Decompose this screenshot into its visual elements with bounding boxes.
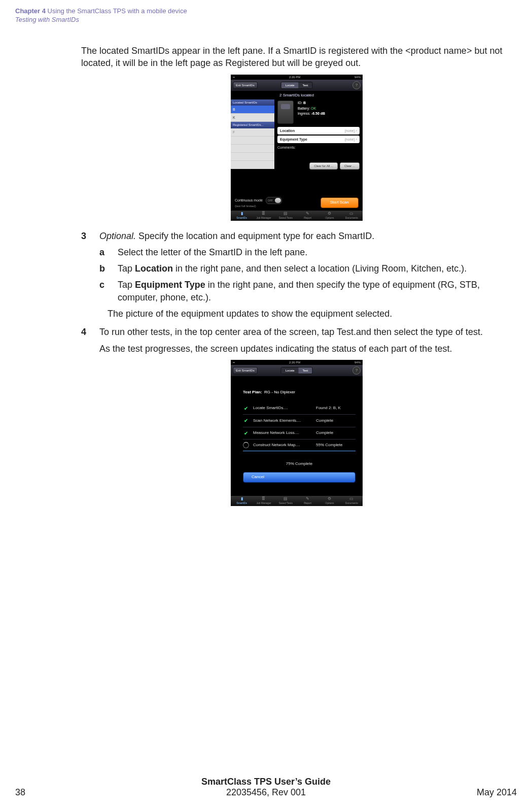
right-pane: ID: B Battery: OK Ingress: -6.50 dB Loca…: [274, 99, 363, 176]
tab-saved-tests[interactable]: ▤Saved Tests: [275, 211, 297, 221]
footer-date: May 2014: [477, 787, 517, 798]
list-item: [231, 137, 274, 145]
tab-options[interactable]: ⚙Options: [318, 496, 340, 506]
step-status: Complete: [316, 418, 333, 424]
list-item[interactable]: K: [231, 114, 274, 122]
test-step: ✔ Locate SmartIDs.... Found 2: B, K: [243, 402, 356, 415]
tab-options[interactable]: ⚙Options: [318, 211, 340, 221]
test-step: Construct Network Map.... 55% Complete: [243, 440, 356, 451]
exit-button[interactable]: Exit SmartIDs: [233, 82, 258, 89]
ingress-value: -6.50 dB: [311, 112, 325, 115]
job-icon: ≣: [253, 212, 274, 216]
step-name: Scan Network Elements....: [253, 418, 312, 424]
id-value: B: [303, 101, 306, 105]
location-value: (none) ›: [344, 128, 357, 133]
list-item[interactable]: F: [231, 128, 274, 137]
substep-b-text: Tap Location in the right pane, and then…: [118, 262, 512, 275]
tab-bar: ▮SmartIDs ≣Job Manager ▤Saved Tests ✎Rep…: [231, 496, 363, 506]
equipment-value: (none) ›: [344, 137, 357, 142]
figure-locate-screenshot: •• 2:26 PM 94% Exit SmartIDs Locate Test…: [81, 75, 512, 221]
status-bar: •• 2:26 PM 94%: [231, 360, 363, 365]
status-battery: 94%: [354, 360, 361, 364]
smartids-icon: ▮: [231, 212, 253, 216]
help-icon[interactable]: ?: [352, 366, 361, 375]
step3-followup: The picture of the equipment updates to …: [108, 308, 512, 320]
step-name: Construct Network Map....: [253, 443, 312, 448]
continuous-mode: Continuous mode OFF (last full limited): [235, 197, 282, 208]
report-icon: ✎: [297, 497, 318, 501]
figure-test-screenshot: •• 2:26 PM 94% Exit SmartIDs Locate Test…: [81, 360, 512, 506]
optional-label: Optional.: [99, 231, 136, 241]
tab-documents[interactable]: ▭Documents: [341, 211, 363, 221]
test-plan-label: Test Plan:: [243, 390, 262, 394]
help-icon[interactable]: ?: [352, 81, 361, 89]
exit-button[interactable]: Exit SmartIDs: [233, 367, 258, 374]
page-number: 38: [15, 787, 25, 798]
mode-segment[interactable]: Locate Test: [280, 82, 312, 89]
step4-followup: As the test progresses, the screen updat…: [99, 343, 512, 355]
status-battery: 94%: [354, 75, 361, 79]
segment-test[interactable]: Test: [299, 367, 312, 374]
tab-report[interactable]: ✎Report: [297, 496, 318, 506]
tab-smartids[interactable]: ▮SmartIDs: [231, 211, 253, 221]
tab-job-manager[interactable]: ≣Job Manager: [253, 496, 274, 506]
step-status: 55% Complete: [316, 443, 342, 448]
clear-all-button[interactable]: Clear for All ...: [309, 162, 338, 170]
documents-icon: ▭: [341, 212, 363, 216]
cancel-button[interactable]: Cancel: [243, 472, 356, 483]
equipment-type-field[interactable]: Equipment Type (none) ›: [277, 136, 360, 143]
tab-smartids[interactable]: ▮SmartIDs: [231, 496, 253, 506]
chapter-title: Using the SmartClass TPS with a mobile d…: [48, 7, 187, 15]
footer-docnum: 22035456, Rev 001: [0, 787, 532, 798]
status-bar: •• 2:26 PM 94%: [231, 75, 363, 80]
list-item[interactable]: B: [231, 106, 274, 114]
tab-job-manager[interactable]: ≣Job Manager: [253, 211, 274, 221]
continuous-mode-toggle[interactable]: OFF: [266, 197, 282, 204]
tab-report[interactable]: ✎Report: [297, 211, 318, 221]
saved-icon: ▤: [275, 497, 297, 501]
substep-c-text: Tap Equipment Type in the right pane, an…: [118, 279, 512, 304]
ingress-label: Ingress:: [298, 112, 310, 115]
step-name: Measure Network Loss....: [253, 430, 312, 436]
continuous-mode-label: Continuous mode: [235, 198, 263, 202]
carrier-icon: ••: [233, 360, 235, 364]
spinner-icon: [243, 442, 249, 448]
comments-label: Comments:: [277, 145, 360, 150]
job-icon: ≣: [253, 497, 274, 501]
check-icon: ✔: [243, 430, 249, 437]
tab-saved-tests[interactable]: ▤Saved Tests: [275, 496, 297, 506]
id-label: ID:: [298, 101, 302, 105]
segment-locate[interactable]: Locate: [281, 367, 298, 374]
tab-bar: ▮SmartIDs ≣Job Manager ▤Saved Tests ✎Rep…: [231, 211, 363, 221]
device-image: [277, 100, 294, 124]
footer-title: SmartClass TPS User’s Guide: [0, 777, 532, 787]
continuous-mode-sub: (last full limited): [235, 205, 256, 208]
options-icon: ⚙: [318, 497, 340, 501]
list-item: [231, 161, 274, 169]
test-step: ✔ Measure Network Loss.... Complete: [243, 427, 356, 440]
step-status: Found 2: B, K: [316, 406, 341, 411]
segment-test[interactable]: Test: [299, 82, 312, 88]
step3-lead: Specify the location and equipment type …: [136, 231, 374, 241]
intro-paragraph: The located SmartIDs appear in the left …: [81, 45, 512, 70]
location-label: Location: [280, 128, 295, 133]
device-info: ID: B Battery: OK Ingress: -6.50 dB: [298, 100, 325, 117]
clear-button[interactable]: Clear ...: [340, 162, 360, 170]
segment-locate[interactable]: Locate: [281, 82, 298, 88]
start-scan-button[interactable]: Start Scan: [321, 197, 359, 208]
status-time: 2:26 PM: [289, 360, 300, 364]
carrier-icon: ••: [233, 75, 235, 79]
tab-documents[interactable]: ▭Documents: [341, 496, 363, 506]
location-field[interactable]: Location (none) ›: [277, 127, 360, 134]
registered-header: Registered SmartIDs...: [231, 122, 274, 128]
step4-text: To run other tests, in the top center ar…: [99, 326, 512, 338]
battery-label: Battery:: [298, 107, 310, 110]
test-plan: Test Plan: RG - No Diplexer: [243, 390, 356, 395]
substep-c: c: [99, 279, 118, 304]
battery-value: OK: [311, 107, 316, 110]
status-time: 2:26 PM: [289, 75, 300, 79]
list-item: [231, 145, 274, 153]
overall-progress: 75% Complete: [243, 461, 356, 467]
mode-segment[interactable]: Locate Test: [280, 367, 312, 374]
saved-icon: ▤: [275, 212, 297, 216]
